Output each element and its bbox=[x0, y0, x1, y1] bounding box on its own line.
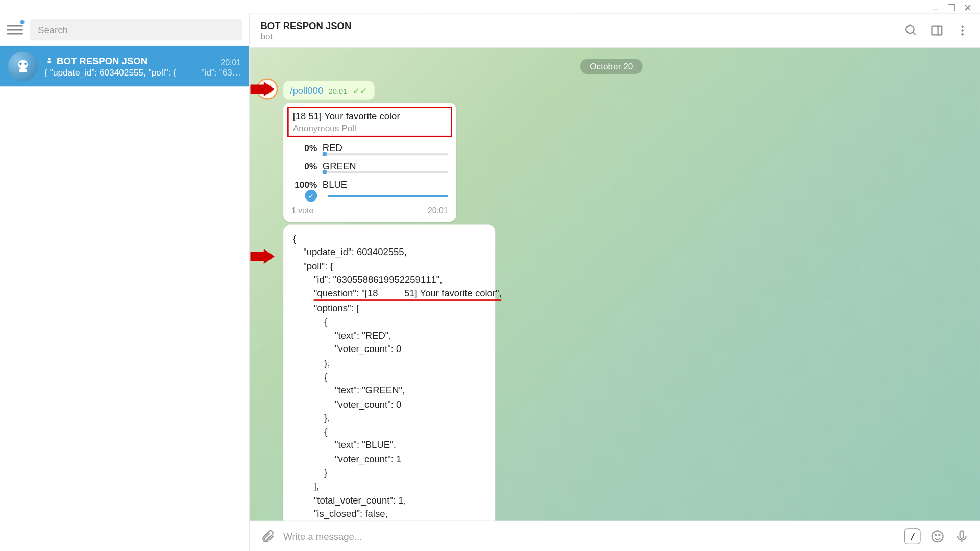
poll-card[interactable]: [18 51] Your favorite color Anonymous Po… bbox=[283, 103, 456, 222]
window-controls: – ❐ ✕ bbox=[923, 0, 980, 13]
poll-option[interactable]: 0%RED bbox=[291, 142, 448, 155]
more-icon[interactable] bbox=[955, 23, 969, 37]
poll-question: [18 51] Your favorite color bbox=[293, 111, 447, 121]
message-input-bar: Write a message... / bbox=[250, 521, 980, 551]
json-line: "question": "[18 51] Your favorite color… bbox=[293, 286, 486, 301]
json-line: "text": "GREEN", bbox=[293, 383, 486, 397]
svg-point-22 bbox=[935, 535, 936, 536]
poll-option[interactable]: 100%BLUE✓ bbox=[291, 179, 448, 202]
command-text: /poll000 bbox=[290, 85, 324, 96]
command-icon[interactable]: / bbox=[904, 528, 921, 544]
svg-rect-24 bbox=[960, 531, 964, 538]
bubble-time: 20:01 bbox=[329, 87, 347, 95]
poll-pct: 100% bbox=[291, 179, 317, 189]
attach-icon[interactable] bbox=[260, 529, 275, 544]
avatar bbox=[8, 51, 38, 81]
chat-title: BOT RESPON JSON bbox=[44, 55, 148, 66]
svg-point-23 bbox=[939, 535, 940, 536]
json-line: }, bbox=[293, 411, 486, 424]
close-icon[interactable]: ✕ bbox=[963, 3, 973, 11]
svg-point-10 bbox=[961, 26, 963, 28]
svg-point-0 bbox=[18, 60, 28, 69]
json-line: "text": "RED", bbox=[293, 329, 486, 342]
chat-header: BOT RESPON JSON bot bbox=[250, 13, 980, 47]
read-checks-icon: ✓✓ bbox=[353, 86, 368, 96]
json-line: "text": "BLUE", bbox=[293, 438, 486, 452]
message-input[interactable]: Write a message... bbox=[283, 531, 896, 542]
date-chip: October 20 bbox=[580, 59, 643, 74]
svg-point-4 bbox=[48, 58, 51, 60]
arrow-annotation bbox=[251, 82, 275, 96]
svg-point-11 bbox=[961, 29, 963, 31]
json-line: "voter_count": 0 bbox=[293, 342, 486, 356]
json-line: "is_anonymous": true, bbox=[293, 520, 486, 521]
json-line: { bbox=[293, 315, 486, 329]
json-line: "voter_count": 0 bbox=[293, 397, 486, 411]
sidepanel-icon[interactable] bbox=[930, 23, 943, 37]
poll-pct: 0% bbox=[291, 143, 317, 153]
mic-icon[interactable] bbox=[954, 529, 969, 544]
poll-pct: 0% bbox=[291, 161, 317, 171]
sidebar: Search BOT RESPON JSON 20:01 { "update_i… bbox=[0, 13, 250, 551]
chat-list-item[interactable]: BOT RESPON JSON 20:01 { "update_id": 603… bbox=[0, 46, 249, 86]
maximize-icon[interactable]: ❐ bbox=[946, 3, 957, 11]
poll-type: Anonymous Poll bbox=[293, 123, 447, 133]
poll-option-label: BLUE bbox=[323, 179, 347, 189]
json-line: "poll": { bbox=[293, 259, 486, 272]
check-icon: ✓ bbox=[305, 190, 317, 202]
svg-point-21 bbox=[932, 531, 943, 542]
json-line: "update_id": 603402555, bbox=[293, 245, 486, 259]
svg-line-7 bbox=[913, 32, 916, 35]
json-line: { bbox=[293, 232, 486, 245]
json-line: "is_closed": false, bbox=[293, 507, 486, 520]
json-line: } bbox=[293, 465, 486, 479]
search-icon[interactable] bbox=[904, 23, 918, 37]
main-panel: BOT RESPON JSON bot October 20 /poll000 … bbox=[250, 13, 980, 551]
command-bubble: /poll000 20:01 ✓✓ bbox=[283, 81, 374, 100]
json-line: "voter_count": 1 bbox=[293, 452, 486, 466]
search-input[interactable]: Search bbox=[30, 19, 242, 40]
svg-point-1 bbox=[19, 63, 22, 65]
menu-icon[interactable] bbox=[7, 21, 23, 38]
poll-time: 20:01 bbox=[428, 206, 448, 215]
minimize-icon[interactable]: – bbox=[930, 3, 941, 11]
emoji-icon[interactable] bbox=[930, 529, 945, 544]
svg-rect-3 bbox=[19, 69, 27, 72]
chat-header-title: BOT RESPON JSON bbox=[260, 20, 904, 31]
svg-marker-17 bbox=[251, 249, 275, 264]
svg-point-2 bbox=[24, 63, 27, 65]
poll-option[interactable]: 0%GREEN bbox=[291, 161, 448, 173]
arrow-annotation bbox=[251, 249, 275, 264]
svg-point-12 bbox=[961, 33, 963, 35]
svg-point-6 bbox=[906, 26, 914, 33]
json-message: { "update_id": 603402555, "poll": { "id"… bbox=[283, 224, 495, 520]
json-line: }, bbox=[293, 356, 486, 370]
json-line: { bbox=[293, 424, 486, 438]
svg-marker-16 bbox=[251, 82, 275, 96]
json-line: "total_voter_count": 1, bbox=[293, 493, 486, 507]
chat-time: 20:01 bbox=[220, 58, 241, 67]
svg-rect-8 bbox=[932, 26, 942, 35]
json-line: ], bbox=[293, 479, 486, 493]
poll-option-label: GREEN bbox=[323, 161, 356, 171]
svg-rect-5 bbox=[47, 60, 51, 63]
json-line: "id": "6305588619952259111", bbox=[293, 272, 486, 286]
json-line: "options": [ bbox=[293, 301, 486, 315]
chat-header-subtitle: bot bbox=[260, 31, 904, 41]
json-line: { bbox=[293, 370, 486, 384]
chat-preview: { "update_id": 603402555, "poll": { "id"… bbox=[44, 67, 241, 78]
chat-area[interactable]: October 20 /poll000 20:01 ✓✓ [18 51 bbox=[250, 48, 980, 521]
poll-vote-count: 1 vote bbox=[291, 206, 313, 215]
